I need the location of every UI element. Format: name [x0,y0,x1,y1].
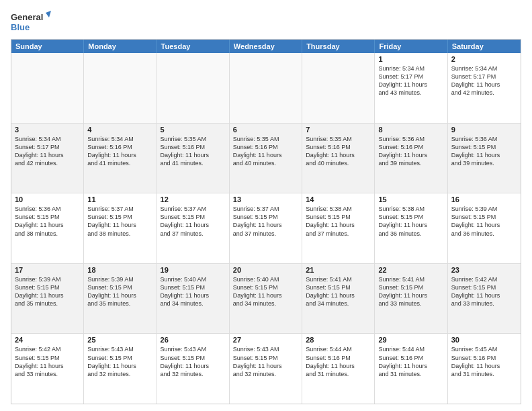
calendar-cell-3-0: 17Sunrise: 5:39 AM Sunset: 5:15 PM Dayli… [11,264,84,334]
calendar-cell-2-2: 12Sunrise: 5:37 AM Sunset: 5:15 PM Dayli… [157,193,230,263]
header-day-monday: Monday [84,40,157,53]
day-number: 16 [451,195,517,203]
day-number: 1 [378,55,443,63]
day-number: 17 [15,266,80,274]
calendar-cell-2-4: 14Sunrise: 5:38 AM Sunset: 5:15 PM Dayli… [302,193,375,263]
day-info: Sunrise: 5:36 AM Sunset: 5:16 PM Dayligh… [378,135,443,168]
calendar-cell-1-3: 6Sunrise: 5:35 AM Sunset: 5:16 PM Daylig… [230,124,302,193]
calendar-cell-0-6: 2Sunrise: 5:34 AM Sunset: 5:17 PM Daylig… [448,53,521,123]
day-info: Sunrise: 5:35 AM Sunset: 5:16 PM Dayligh… [233,135,298,168]
svg-marker-2 [46,11,51,17]
calendar-cell-4-0: 24Sunrise: 5:42 AM Sunset: 5:15 PM Dayli… [11,334,84,404]
day-info: Sunrise: 5:39 AM Sunset: 5:15 PM Dayligh… [451,205,517,238]
calendar-cell-3-5: 22Sunrise: 5:41 AM Sunset: 5:15 PM Dayli… [375,264,447,334]
calendar-cell-3-6: 23Sunrise: 5:42 AM Sunset: 5:15 PM Dayli… [448,264,521,334]
calendar-cell-3-3: 20Sunrise: 5:40 AM Sunset: 5:15 PM Dayli… [230,264,302,334]
calendar-cell-4-2: 26Sunrise: 5:43 AM Sunset: 5:15 PM Dayli… [157,334,230,404]
day-number: 3 [15,126,80,134]
day-number: 5 [161,126,226,134]
day-number: 6 [233,126,298,134]
day-info: Sunrise: 5:42 AM Sunset: 5:15 PM Dayligh… [451,275,517,308]
calendar-week-4: 17Sunrise: 5:39 AM Sunset: 5:15 PM Dayli… [11,263,521,334]
calendar-cell-0-0 [11,53,84,123]
day-info: Sunrise: 5:37 AM Sunset: 5:15 PM Dayligh… [233,205,298,238]
calendar-cell-1-2: 5Sunrise: 5:35 AM Sunset: 5:16 PM Daylig… [157,124,230,193]
day-info: Sunrise: 5:44 AM Sunset: 5:16 PM Dayligh… [378,345,443,378]
header-day-tuesday: Tuesday [157,40,230,53]
day-info: Sunrise: 5:41 AM Sunset: 5:15 PM Dayligh… [378,275,443,308]
day-info: Sunrise: 5:44 AM Sunset: 5:16 PM Dayligh… [306,345,371,378]
day-info: Sunrise: 5:43 AM Sunset: 5:15 PM Dayligh… [161,345,226,378]
day-info: Sunrise: 5:37 AM Sunset: 5:15 PM Dayligh… [161,205,226,238]
day-info: Sunrise: 5:34 AM Sunset: 5:16 PM Dayligh… [87,135,152,168]
calendar-cell-4-1: 25Sunrise: 5:43 AM Sunset: 5:15 PM Dayli… [84,334,157,404]
day-info: Sunrise: 5:43 AM Sunset: 5:15 PM Dayligh… [233,345,298,378]
day-info: Sunrise: 5:35 AM Sunset: 5:16 PM Dayligh… [306,135,371,168]
day-info: Sunrise: 5:34 AM Sunset: 5:17 PM Dayligh… [15,135,80,168]
day-info: Sunrise: 5:45 AM Sunset: 5:16 PM Dayligh… [451,345,517,378]
header-day-sunday: Sunday [11,40,84,53]
day-number: 20 [233,266,298,274]
calendar-header: SundayMondayTuesdayWednesdayThursdayFrid… [11,40,521,53]
calendar-week-1: 1Sunrise: 5:34 AM Sunset: 5:17 PM Daylig… [11,53,521,123]
day-number: 18 [87,266,152,274]
calendar-body: 1Sunrise: 5:34 AM Sunset: 5:17 PM Daylig… [11,53,521,404]
calendar-cell-0-1 [84,53,157,123]
day-number: 4 [87,126,152,134]
day-number: 11 [87,195,152,203]
day-info: Sunrise: 5:38 AM Sunset: 5:15 PM Dayligh… [306,205,371,238]
calendar-cell-2-5: 15Sunrise: 5:38 AM Sunset: 5:15 PM Dayli… [375,193,447,263]
calendar: SundayMondayTuesdayWednesdayThursdayFrid… [11,39,521,404]
day-number: 27 [233,336,298,344]
svg-text:General: General [11,12,43,22]
day-number: 22 [378,266,443,274]
day-number: 15 [378,195,443,203]
calendar-cell-2-6: 16Sunrise: 5:39 AM Sunset: 5:15 PM Dayli… [448,193,521,263]
calendar-cell-4-6: 30Sunrise: 5:45 AM Sunset: 5:16 PM Dayli… [448,334,521,404]
calendar-cell-3-4: 21Sunrise: 5:41 AM Sunset: 5:15 PM Dayli… [302,264,375,334]
day-info: Sunrise: 5:36 AM Sunset: 5:15 PM Dayligh… [15,205,80,238]
day-number: 26 [161,336,226,344]
calendar-cell-1-4: 7Sunrise: 5:35 AM Sunset: 5:16 PM Daylig… [302,124,375,193]
calendar-cell-3-1: 18Sunrise: 5:39 AM Sunset: 5:15 PM Dayli… [84,264,157,334]
calendar-cell-2-0: 10Sunrise: 5:36 AM Sunset: 5:15 PM Dayli… [11,193,84,263]
day-info: Sunrise: 5:39 AM Sunset: 5:15 PM Dayligh… [87,275,152,308]
day-number: 30 [451,336,517,344]
calendar-cell-2-1: 11Sunrise: 5:37 AM Sunset: 5:15 PM Dayli… [84,193,157,263]
calendar-cell-1-5: 8Sunrise: 5:36 AM Sunset: 5:16 PM Daylig… [375,124,447,193]
calendar-cell-0-2 [157,53,230,123]
header-day-wednesday: Wednesday [230,40,302,53]
calendar-week-3: 10Sunrise: 5:36 AM Sunset: 5:15 PM Dayli… [11,193,521,263]
header-day-thursday: Thursday [302,40,375,53]
calendar-cell-4-3: 27Sunrise: 5:43 AM Sunset: 5:15 PM Dayli… [230,334,302,404]
day-number: 7 [306,126,371,134]
day-info: Sunrise: 5:34 AM Sunset: 5:17 PM Dayligh… [378,64,443,97]
day-info: Sunrise: 5:43 AM Sunset: 5:15 PM Dayligh… [87,345,152,378]
day-info: Sunrise: 5:40 AM Sunset: 5:15 PM Dayligh… [233,275,298,308]
svg-text:Blue: Blue [11,22,30,32]
day-number: 14 [306,195,371,203]
calendar-cell-2-3: 13Sunrise: 5:37 AM Sunset: 5:15 PM Dayli… [230,193,302,263]
calendar-cell-1-6: 9Sunrise: 5:36 AM Sunset: 5:15 PM Daylig… [448,124,521,193]
day-info: Sunrise: 5:38 AM Sunset: 5:15 PM Dayligh… [378,205,443,238]
calendar-cell-1-1: 4Sunrise: 5:34 AM Sunset: 5:16 PM Daylig… [84,124,157,193]
calendar-cell-0-4 [302,53,375,123]
day-number: 10 [15,195,80,203]
header-day-friday: Friday [375,40,447,53]
day-number: 8 [378,126,443,134]
day-number: 25 [87,336,152,344]
calendar-cell-4-4: 28Sunrise: 5:44 AM Sunset: 5:16 PM Dayli… [302,334,375,404]
day-number: 12 [161,195,226,203]
day-info: Sunrise: 5:42 AM Sunset: 5:15 PM Dayligh… [15,345,80,378]
day-info: Sunrise: 5:41 AM Sunset: 5:15 PM Dayligh… [306,275,371,308]
calendar-cell-1-0: 3Sunrise: 5:34 AM Sunset: 5:17 PM Daylig… [11,124,84,193]
logo: General Blue [11,11,51,35]
day-info: Sunrise: 5:39 AM Sunset: 5:15 PM Dayligh… [15,275,80,308]
day-number: 24 [15,336,80,344]
calendar-cell-3-2: 19Sunrise: 5:40 AM Sunset: 5:15 PM Dayli… [157,264,230,334]
calendar-cell-4-5: 29Sunrise: 5:44 AM Sunset: 5:16 PM Dayli… [375,334,447,404]
day-info: Sunrise: 5:34 AM Sunset: 5:17 PM Dayligh… [451,64,517,97]
day-number: 9 [451,126,517,134]
day-number: 13 [233,195,298,203]
day-info: Sunrise: 5:37 AM Sunset: 5:15 PM Dayligh… [87,205,152,238]
